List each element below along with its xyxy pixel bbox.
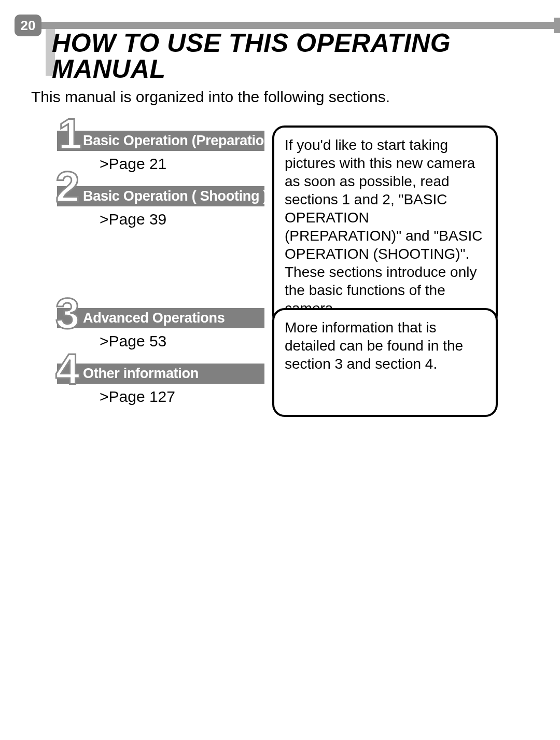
section-group-advanced: Advanced Operations >Page 53 Other infor… — [57, 308, 264, 419]
page-ref-shooting: >Page 39 — [57, 206, 264, 242]
section-number-4: 4 — [55, 347, 80, 391]
page-ref-preparation: >Page 21 — [57, 151, 264, 186]
page-ref-advanced: >Page 53 — [57, 328, 264, 364]
page-title: HOW TO USE THIS OPERATING MANUAL — [52, 30, 477, 82]
section-bar-shooting: Basic Operation ( Shooting ) — [57, 186, 264, 206]
section-number-2: 2 — [55, 165, 80, 208]
header-tab — [554, 18, 560, 33]
page-number-badge: 20 — [15, 15, 41, 36]
section-group-basic: Basic Operation (Preparation) >Page 21 B… — [57, 131, 264, 242]
section-bar-preparation: Basic Operation (Preparation) — [57, 131, 264, 151]
section-number-1: 1 — [58, 112, 82, 156]
header-rule — [41, 22, 560, 29]
section-bar-other: Other information — [57, 364, 264, 384]
intro-text: This manual is organized into the follow… — [31, 88, 390, 106]
section-bar-advanced: Advanced Operations — [57, 308, 264, 328]
callout-basic: If you'd like to start taking pictures w… — [272, 125, 498, 328]
callout-advanced: More information that is detailed can be… — [272, 308, 498, 417]
page-ref-other: >Page 127 — [57, 384, 264, 419]
section-number-3: 3 — [55, 291, 80, 335]
